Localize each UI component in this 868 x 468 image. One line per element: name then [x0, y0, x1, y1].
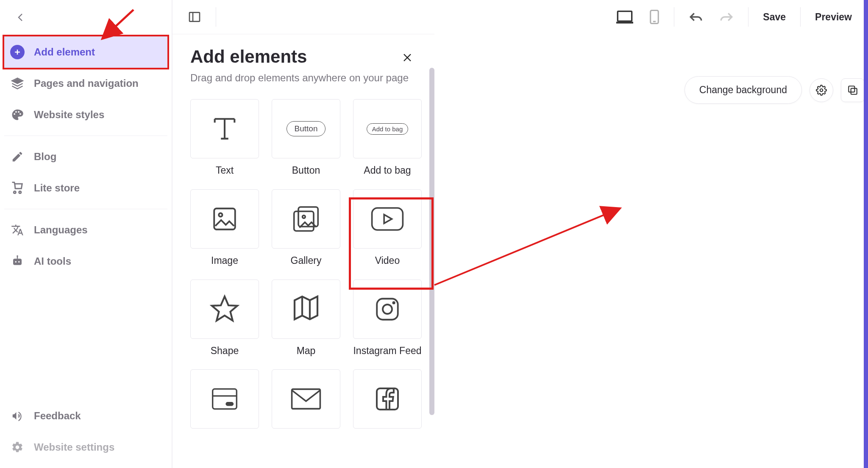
copy-icon — [847, 85, 858, 96]
redo-button[interactable] — [715, 7, 738, 27]
element-button[interactable]: Button Button — [272, 99, 340, 177]
video-icon — [371, 206, 404, 232]
svg-rect-8 — [189, 12, 200, 21]
svg-rect-27 — [213, 389, 237, 409]
sidebar-item-website-settings[interactable]: Website settings — [4, 432, 167, 463]
sidebar: Add element Pages and navigation Website… — [0, 0, 172, 468]
change-background-button[interactable]: Change background — [684, 76, 802, 104]
sidebar-item-label: Blog — [34, 151, 56, 163]
element-label: Map — [297, 345, 316, 357]
element-text[interactable]: Text — [190, 99, 259, 177]
desktop-view-button[interactable] — [612, 7, 637, 27]
svg-point-20 — [303, 215, 306, 218]
palette-icon — [10, 108, 25, 122]
canvas[interactable]: Change background — [434, 34, 868, 468]
gear-icon — [10, 440, 25, 454]
sidebar-item-lite-store[interactable]: Lite store — [4, 172, 167, 204]
columns-icon — [188, 10, 201, 24]
star-icon — [209, 294, 240, 324]
sidebar-item-label: Feedback — [34, 410, 81, 422]
panel-subtitle: Drag and drop elements anywhere on your … — [190, 72, 416, 84]
facebook-icon — [375, 386, 400, 412]
map-icon — [291, 294, 321, 324]
edit-icon — [10, 150, 25, 164]
element-mail[interactable] — [272, 369, 340, 435]
chevron-left-icon — [16, 12, 26, 22]
svg-marker-22 — [384, 214, 392, 223]
cart-icon — [10, 181, 25, 195]
element-facebook[interactable] — [353, 369, 422, 435]
close-icon — [402, 53, 412, 63]
svg-rect-3 — [13, 259, 22, 265]
mobile-view-button[interactable] — [645, 7, 664, 27]
sidebar-item-ai-tools[interactable]: AI tools — [4, 246, 167, 277]
svg-point-25 — [383, 305, 392, 314]
element-shape[interactable]: Shape — [190, 280, 259, 357]
element-form[interactable] — [190, 369, 259, 435]
columns-icon-button[interactable] — [184, 7, 206, 27]
toolbar: Save Preview — [172, 0, 868, 34]
sidebar-item-blog[interactable]: Blog — [4, 141, 167, 172]
sidebar-item-label: Pages and navigation — [34, 78, 139, 89]
svg-rect-18 — [294, 211, 314, 231]
element-add-to-bag[interactable]: Add to bag Add to bag — [353, 99, 422, 177]
mail-icon — [291, 388, 321, 410]
copy-section-button[interactable] — [841, 78, 865, 102]
svg-rect-30 — [292, 389, 320, 409]
element-map[interactable]: Map — [272, 280, 340, 357]
sidebar-item-feedback[interactable]: Feedback — [4, 400, 167, 432]
divider — [4, 209, 167, 209]
svg-rect-33 — [851, 88, 857, 94]
form-icon — [211, 386, 239, 412]
element-label: Instagram Feed — [353, 345, 421, 357]
svg-point-17 — [219, 213, 222, 216]
sidebar-item-add-element[interactable]: Add element — [3, 35, 169, 69]
element-gallery[interactable]: Gallery — [272, 189, 340, 267]
desktop-icon — [616, 10, 633, 24]
close-button[interactable] — [399, 49, 416, 66]
element-label: Shape — [211, 345, 239, 357]
translate-icon — [10, 223, 25, 237]
element-video[interactable]: Video — [353, 189, 422, 267]
element-label: Text — [216, 164, 234, 177]
text-icon — [210, 114, 239, 144]
element-label: Video — [375, 255, 400, 267]
svg-point-26 — [393, 302, 394, 303]
sidebar-item-label: AI tools — [34, 255, 71, 267]
section-settings-button[interactable] — [810, 78, 833, 102]
save-button[interactable]: Save — [759, 11, 790, 23]
sidebar-item-label: Languages — [34, 224, 88, 236]
gear-icon — [816, 85, 827, 96]
svg-point-5 — [18, 261, 20, 263]
button-preview-icon: Button — [287, 121, 326, 136]
svg-rect-19 — [298, 207, 318, 226]
element-instagram-feed[interactable]: Instagram Feed — [353, 280, 422, 357]
plus-circle-icon — [10, 45, 25, 59]
sidebar-item-languages[interactable]: Languages — [4, 214, 167, 246]
svg-point-32 — [820, 89, 823, 91]
undo-icon — [689, 11, 703, 23]
redo-icon — [719, 11, 734, 23]
panel-title: Add elements — [190, 47, 416, 67]
svg-point-7 — [17, 255, 18, 257]
element-image[interactable]: Image — [190, 189, 259, 267]
sidebar-item-pages[interactable]: Pages and navigation — [4, 68, 167, 99]
undo-button[interactable] — [684, 7, 707, 27]
svg-rect-16 — [214, 208, 235, 230]
preview-button[interactable]: Preview — [811, 11, 856, 23]
svg-rect-10 — [618, 11, 632, 21]
back-button[interactable] — [12, 8, 30, 26]
sidebar-item-label: Add element — [34, 46, 95, 58]
sidebar-item-styles[interactable]: Website styles — [4, 99, 167, 130]
megaphone-icon — [10, 409, 25, 423]
mobile-icon — [649, 10, 659, 24]
element-label: Gallery — [291, 255, 322, 267]
gallery-icon — [291, 204, 321, 234]
svg-marker-23 — [212, 296, 237, 321]
right-edge-accent — [864, 0, 868, 468]
svg-point-4 — [15, 261, 17, 263]
panel-scrollbar[interactable] — [429, 68, 434, 415]
svg-rect-21 — [372, 208, 403, 230]
instagram-icon — [373, 295, 401, 323]
sidebar-item-label: Website styles — [34, 109, 104, 121]
